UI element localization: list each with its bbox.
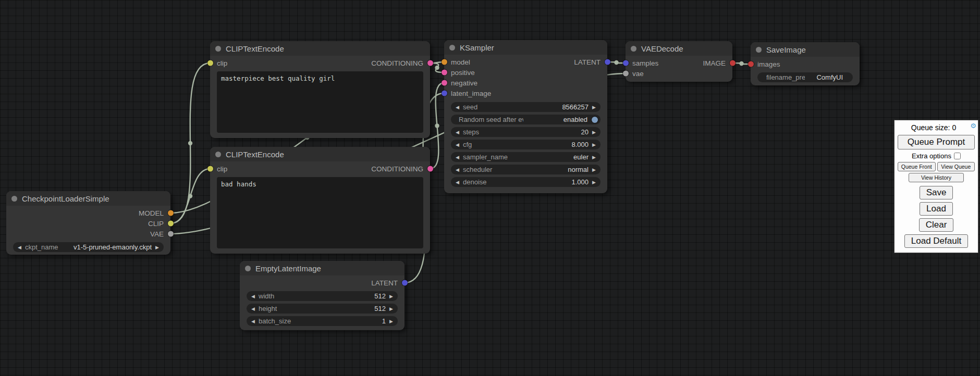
model-slot-dot-icon[interactable] [442, 59, 447, 65]
link-midpoint-dot [188, 141, 192, 145]
node-title-bar[interactable]: VAEDecode [626, 41, 732, 56]
node-vae-decode[interactable]: VAEDecode samples IMAGE vae [626, 41, 732, 82]
settings-gear-icon[interactable]: ⚙ [970, 122, 976, 130]
scheduler-widget[interactable]: ◀ scheduler normal ▶ [451, 165, 601, 174]
collapse-dot-icon[interactable] [11, 196, 17, 202]
node-checkpoint-loader[interactable]: CheckpointLoaderSimple MODEL CLIP VAE ◀ … [6, 191, 170, 255]
decrement-arrow-icon[interactable]: ◀ [249, 306, 257, 311]
toggle-knob-icon[interactable] [592, 117, 598, 123]
seed-widget[interactable]: ◀ seed 8566257 ▶ [451, 102, 601, 112]
node-clip-text-encode-positive[interactable]: CLIPTextEncode clip CONDITIONING masterp… [210, 41, 430, 138]
latent-slot-dot-icon[interactable] [623, 60, 629, 66]
view-queue-button[interactable]: View Queue [937, 162, 975, 171]
queue-prompt-button[interactable]: Queue Prompt [898, 135, 975, 149]
node-save-image[interactable]: SaveImage images filename_prefix ComfyUI [751, 42, 860, 85]
clip-slot-dot-icon[interactable] [168, 221, 174, 227]
denoise-widget[interactable]: ◀ denoise 1.000 ▶ [451, 177, 601, 187]
random-seed-toggle-widget[interactable]: Random seed after every gen enabled [451, 115, 601, 124]
vae-slot-dot-icon[interactable] [168, 231, 174, 237]
collapse-dot-icon[interactable] [215, 152, 221, 157]
node-title-bar[interactable]: CLIPTextEncode [210, 147, 430, 161]
cfg-widget[interactable]: ◀ cfg 8.000 ▶ [451, 140, 601, 149]
decrement-arrow-icon[interactable]: ◀ [454, 142, 461, 147]
output-slot-clip: CLIP [6, 218, 170, 229]
increment-arrow-icon[interactable]: ▶ [387, 319, 395, 324]
latent-slot-dot-icon[interactable] [605, 59, 610, 65]
widget-label: seed [461, 103, 526, 111]
clip-slot-dot-icon[interactable] [207, 60, 213, 66]
node-title: EmptyLatentImage [255, 264, 321, 273]
model-slot-dot-icon[interactable] [168, 210, 174, 216]
view-history-button[interactable]: View History [909, 173, 964, 182]
increment-arrow-icon[interactable]: ▶ [590, 130, 598, 135]
save-button[interactable]: Save [920, 186, 953, 199]
comfyui-canvas[interactable]: { "icons": { "arrow_left": "◀", "arrow_r… [0, 0, 980, 376]
conditioning-slot-dot-icon[interactable] [442, 70, 447, 76]
collapse-dot-icon[interactable] [631, 46, 636, 52]
input-slot-positive: positive [444, 67, 607, 78]
next-value-arrow-icon[interactable]: ▶ [153, 245, 161, 250]
load-default-button[interactable]: Load Default [904, 234, 968, 248]
slot-label: vae [632, 70, 644, 78]
filename-prefix-widget[interactable]: filename_prefix ComfyUI [757, 72, 853, 82]
collapse-dot-icon[interactable] [245, 266, 251, 271]
node-title: KSampler [460, 43, 494, 52]
node-title-bar[interactable]: CLIPTextEncode [210, 41, 430, 56]
clear-button[interactable]: Clear [919, 218, 954, 232]
node-title-bar[interactable]: KSampler [444, 40, 607, 55]
image-slot-dot-icon[interactable] [748, 61, 754, 67]
latent-slot-dot-icon[interactable] [442, 91, 447, 96]
slot-label: positive [451, 69, 475, 77]
prev-value-arrow-icon[interactable]: ◀ [454, 167, 461, 172]
conditioning-slot-dot-icon[interactable] [427, 166, 433, 172]
next-value-arrow-icon[interactable]: ▶ [590, 155, 598, 160]
widget-label: cfg [461, 141, 526, 148]
collapse-dot-icon[interactable] [449, 45, 455, 51]
sampler-name-widget[interactable]: ◀ sampler_name euler ▶ [451, 152, 601, 162]
node-title-bar[interactable]: EmptyLatentImage [240, 261, 405, 275]
conditioning-slot-dot-icon[interactable] [442, 80, 447, 86]
node-title-bar[interactable]: SaveImage [751, 42, 860, 57]
conditioning-slot-dot-icon[interactable] [427, 60, 433, 66]
width-widget[interactable]: ◀ width 512 ▶ [247, 291, 398, 301]
load-button[interactable]: Load [920, 202, 953, 216]
decrement-arrow-icon[interactable]: ◀ [454, 105, 461, 110]
link-midpoint-dot [188, 194, 192, 198]
prompt-textarea[interactable]: bad hands [217, 177, 423, 248]
input-slot-samples: samples [632, 59, 658, 67]
prev-value-arrow-icon[interactable]: ◀ [16, 245, 23, 250]
input-slot-clip: clip [217, 165, 227, 173]
clip-slot-dot-icon[interactable] [207, 166, 213, 172]
increment-arrow-icon[interactable]: ▶ [590, 142, 598, 147]
increment-arrow-icon[interactable]: ▶ [590, 180, 598, 185]
node-empty-latent-image[interactable]: EmptyLatentImage LATENT ◀ width 512 ▶ ◀ … [240, 261, 405, 330]
ckpt-name-widget[interactable]: ◀ ckpt_name v1-5-pruned-emaonly.ckpt ▶ [13, 242, 164, 252]
steps-widget[interactable]: ◀ steps 20 ▶ [451, 127, 601, 137]
output-slot-model: MODEL [6, 208, 170, 218]
extra-options-label: Extra options [912, 152, 951, 160]
prompt-textarea[interactable]: masterpiece best quality girl [217, 71, 423, 133]
latent-slot-dot-icon[interactable] [402, 280, 408, 286]
image-slot-dot-icon[interactable] [730, 60, 736, 66]
queue-front-button[interactable]: Queue Front [898, 162, 936, 171]
decrement-arrow-icon[interactable]: ◀ [454, 130, 461, 135]
collapse-dot-icon[interactable] [756, 47, 762, 53]
extra-options-checkbox[interactable] [954, 153, 961, 159]
batch-size-widget[interactable]: ◀ batch_size 1 ▶ [247, 316, 398, 326]
node-title: SaveImage [766, 45, 806, 54]
prev-value-arrow-icon[interactable]: ◀ [454, 155, 461, 160]
decrement-arrow-icon[interactable]: ◀ [249, 319, 257, 324]
vae-slot-dot-icon[interactable] [623, 71, 629, 77]
decrement-arrow-icon[interactable]: ◀ [454, 180, 461, 185]
increment-arrow-icon[interactable]: ▶ [387, 306, 395, 311]
height-widget[interactable]: ◀ height 512 ▶ [247, 304, 398, 314]
node-ksampler[interactable]: KSampler model LATENT positive negative … [444, 40, 607, 193]
increment-arrow-icon[interactable]: ▶ [387, 294, 395, 299]
next-value-arrow-icon[interactable]: ▶ [590, 167, 598, 172]
collapse-dot-icon[interactable] [215, 46, 221, 52]
comfy-menu-panel: Queue size: 0 ⚙ Queue Prompt Extra optio… [894, 120, 978, 253]
node-title-bar[interactable]: CheckpointLoaderSimple [6, 191, 170, 206]
node-clip-text-encode-negative[interactable]: CLIPTextEncode clip CONDITIONING bad han… [210, 147, 430, 254]
increment-arrow-icon[interactable]: ▶ [590, 105, 598, 110]
decrement-arrow-icon[interactable]: ◀ [249, 294, 257, 299]
